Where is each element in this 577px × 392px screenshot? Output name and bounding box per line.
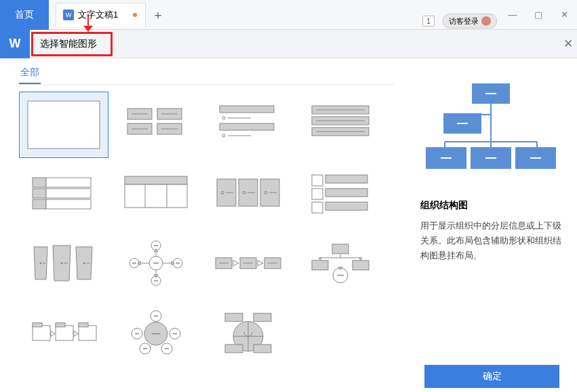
svg-marker-95 xyxy=(51,331,55,336)
svg-rect-81 xyxy=(332,244,349,254)
template-org-chart[interactable] xyxy=(19,92,108,158)
maximize-icon[interactable]: ▢ xyxy=(528,7,549,22)
unsaved-indicator-icon xyxy=(133,13,137,17)
ok-button[interactable]: 确定 xyxy=(424,365,559,388)
template-cycle-quad[interactable] xyxy=(203,299,293,366)
svg-rect-27 xyxy=(33,189,46,198)
template-grid xyxy=(19,92,395,366)
dialog-title: 选择智能图形 xyxy=(40,38,97,50)
svg-rect-92 xyxy=(56,323,65,327)
svg-rect-94 xyxy=(79,323,88,327)
svg-rect-26 xyxy=(46,178,91,187)
template-row-list[interactable] xyxy=(19,161,108,227)
svg-marker-83 xyxy=(359,258,362,260)
svg-rect-13 xyxy=(220,106,274,113)
svg-rect-32 xyxy=(125,184,187,208)
avatar-icon xyxy=(481,16,491,26)
close-icon[interactable]: ✕ xyxy=(554,7,574,22)
svg-marker-77 xyxy=(258,260,263,266)
document-tab[interactable]: W 文字文稿1 xyxy=(56,3,146,27)
svg-marker-82 xyxy=(319,258,321,260)
svg-rect-110 xyxy=(254,313,271,321)
svg-rect-84 xyxy=(312,260,328,270)
svg-rect-4 xyxy=(28,101,100,149)
svg-marker-96 xyxy=(74,331,78,336)
app-logo-icon: W xyxy=(0,30,30,58)
svg-rect-93 xyxy=(79,326,96,340)
preview-diagram xyxy=(420,68,561,190)
template-tabs-row[interactable] xyxy=(19,299,108,366)
dialog-title-highlighted: 选择智能图形 xyxy=(31,32,113,56)
svg-rect-114 xyxy=(225,345,243,353)
document-tab-label: 文字文稿1 xyxy=(78,9,118,21)
template-empty xyxy=(296,299,385,366)
category-all-tab[interactable]: 全部 xyxy=(19,64,41,84)
svg-rect-47 xyxy=(325,189,367,197)
svg-rect-91 xyxy=(56,326,73,340)
new-tab-button[interactable]: ＋ xyxy=(146,3,170,27)
svg-rect-29 xyxy=(33,199,46,209)
preview-description: 用于显示组织中的分层信息或上下级关系。此布局包含辅助形状和组织结构图悬挂布局。 xyxy=(420,218,568,263)
template-table[interactable] xyxy=(111,161,201,227)
template-three-cells[interactable] xyxy=(203,161,293,227)
home-tab[interactable]: 首页 xyxy=(0,0,49,30)
template-process-arrows[interactable] xyxy=(203,230,293,296)
svg-marker-76 xyxy=(233,260,239,266)
minimize-icon[interactable]: — xyxy=(502,7,523,22)
template-funnel[interactable] xyxy=(19,230,108,296)
preview-title: 组织结构图 xyxy=(420,199,568,212)
dialog-body: 全部 xyxy=(0,58,577,392)
svg-rect-45 xyxy=(325,175,367,183)
svg-point-57 xyxy=(83,262,85,264)
svg-point-14 xyxy=(222,117,225,119)
template-picture-list[interactable] xyxy=(296,161,385,227)
guest-login-button[interactable]: 访客登录 xyxy=(443,14,497,28)
svg-point-53 xyxy=(40,262,42,264)
svg-rect-31 xyxy=(125,176,187,184)
svg-rect-25 xyxy=(33,178,46,187)
svg-rect-30 xyxy=(46,199,91,209)
template-radial-arrows[interactable] xyxy=(111,230,201,296)
annotation-arrowhead-icon xyxy=(83,26,93,32)
template-branch-down[interactable] xyxy=(296,230,385,296)
doc-icon: W xyxy=(63,9,74,20)
dialog-header: W 选择智能图形 ✕ xyxy=(0,30,577,58)
svg-point-17 xyxy=(222,134,225,137)
svg-rect-109 xyxy=(225,313,243,321)
svg-rect-28 xyxy=(46,189,91,198)
template-stacked-bars[interactable] xyxy=(296,92,385,158)
svg-rect-89 xyxy=(33,326,50,340)
guest-login-label: 访客登录 xyxy=(449,16,479,26)
svg-rect-44 xyxy=(312,175,323,186)
svg-rect-85 xyxy=(353,260,369,270)
svg-rect-48 xyxy=(312,202,323,213)
svg-rect-115 xyxy=(254,345,271,353)
svg-point-55 xyxy=(61,262,63,264)
svg-rect-49 xyxy=(325,202,367,210)
svg-rect-46 xyxy=(312,189,323,199)
template-panel: 全部 xyxy=(0,58,407,392)
template-bullet-list[interactable] xyxy=(203,92,293,158)
template-grid-blocks[interactable] xyxy=(111,92,201,158)
preview-panel: 组织结构图 用于显示组织中的分层信息或上下级关系。此布局包含辅助形状和组织结构图… xyxy=(407,58,577,392)
dialog-close-icon[interactable]: ✕ xyxy=(563,37,573,51)
svg-rect-16 xyxy=(220,123,274,130)
notification-badge[interactable]: 1 xyxy=(422,16,435,26)
svg-rect-90 xyxy=(33,323,42,327)
template-ring-nodes[interactable] xyxy=(111,299,201,366)
